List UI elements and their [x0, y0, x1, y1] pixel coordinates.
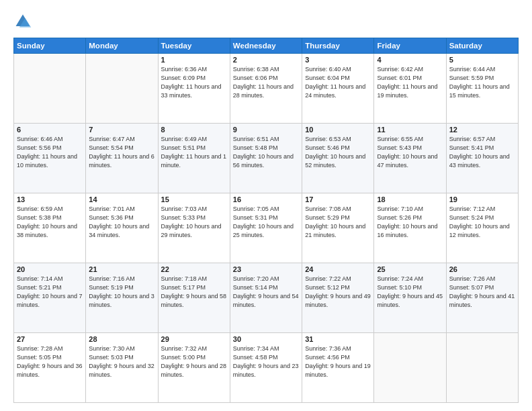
- day-number: 28: [89, 335, 154, 343]
- day-info: Sunrise: 6:59 AMSunset: 5:38 PMDaylight:…: [17, 205, 83, 240]
- day-number: 12: [449, 126, 515, 134]
- calendar-cell: 4Sunrise: 6:42 AMSunset: 6:01 PMDaylight…: [374, 54, 446, 124]
- day-number: 14: [89, 195, 154, 203]
- day-number: 3: [305, 56, 371, 64]
- day-info: Sunrise: 7:22 AMSunset: 5:12 PMDaylight:…: [305, 275, 371, 310]
- day-info: Sunrise: 7:34 AMSunset: 4:58 PMDaylight:…: [233, 345, 299, 379]
- calendar-cell: 14Sunrise: 7:01 AMSunset: 5:36 PMDayligh…: [86, 193, 158, 263]
- day-number: 15: [161, 195, 227, 203]
- weekday-header: Wednesday: [230, 38, 302, 54]
- day-info: Sunrise: 7:10 AMSunset: 5:26 PMDaylight:…: [377, 205, 443, 240]
- calendar-cell: 12Sunrise: 6:57 AMSunset: 5:41 PMDayligh…: [446, 124, 518, 193]
- day-number: 31: [305, 335, 371, 343]
- calendar-cell: 30Sunrise: 7:34 AMSunset: 4:58 PMDayligh…: [230, 333, 302, 403]
- day-number: 20: [17, 265, 83, 273]
- day-number: 11: [377, 126, 443, 134]
- day-info: Sunrise: 7:08 AMSunset: 5:29 PMDaylight:…: [305, 205, 371, 240]
- weekday-header: Saturday: [446, 38, 518, 54]
- calendar-cell: 5Sunrise: 6:44 AMSunset: 5:59 PMDaylight…: [446, 54, 518, 124]
- calendar-cell: 18Sunrise: 7:10 AMSunset: 5:26 PMDayligh…: [374, 193, 446, 263]
- header: [13, 12, 519, 31]
- calendar-cell: 26Sunrise: 7:26 AMSunset: 5:07 PMDayligh…: [446, 263, 518, 333]
- calendar-week-row: 13Sunrise: 6:59 AMSunset: 5:38 PMDayligh…: [14, 193, 519, 263]
- day-info: Sunrise: 7:14 AMSunset: 5:21 PMDaylight:…: [17, 275, 83, 310]
- calendar-cell: [374, 333, 446, 403]
- day-number: 21: [89, 265, 154, 273]
- day-number: 29: [161, 335, 227, 343]
- day-info: Sunrise: 7:12 AMSunset: 5:24 PMDaylight:…: [449, 205, 515, 240]
- logo: [13, 12, 35, 31]
- calendar-cell: 7Sunrise: 6:47 AMSunset: 5:54 PMDaylight…: [86, 124, 158, 193]
- calendar-cell: 10Sunrise: 6:53 AMSunset: 5:46 PMDayligh…: [302, 124, 374, 193]
- day-number: 9: [233, 126, 299, 134]
- day-info: Sunrise: 7:28 AMSunset: 5:05 PMDaylight:…: [17, 345, 83, 379]
- calendar-cell: 11Sunrise: 6:55 AMSunset: 5:43 PMDayligh…: [374, 124, 446, 193]
- day-info: Sunrise: 6:57 AMSunset: 5:41 PMDaylight:…: [449, 135, 515, 170]
- calendar-cell: 24Sunrise: 7:22 AMSunset: 5:12 PMDayligh…: [302, 263, 374, 333]
- calendar-cell: 25Sunrise: 7:24 AMSunset: 5:10 PMDayligh…: [374, 263, 446, 333]
- day-number: 26: [449, 265, 515, 273]
- calendar-cell: 19Sunrise: 7:12 AMSunset: 5:24 PMDayligh…: [446, 193, 518, 263]
- calendar-cell: [14, 54, 86, 124]
- day-info: Sunrise: 7:18 AMSunset: 5:17 PMDaylight:…: [161, 275, 227, 310]
- day-info: Sunrise: 6:47 AMSunset: 5:54 PMDaylight:…: [89, 135, 154, 170]
- calendar-week-row: 27Sunrise: 7:28 AMSunset: 5:05 PMDayligh…: [14, 333, 519, 403]
- day-info: Sunrise: 7:36 AMSunset: 4:56 PMDaylight:…: [305, 345, 371, 379]
- calendar-cell: 6Sunrise: 6:46 AMSunset: 5:56 PMDaylight…: [14, 124, 86, 193]
- calendar-cell: 9Sunrise: 6:51 AMSunset: 5:48 PMDaylight…: [230, 124, 302, 193]
- calendar-cell: 20Sunrise: 7:14 AMSunset: 5:21 PMDayligh…: [14, 263, 86, 333]
- day-info: Sunrise: 6:36 AMSunset: 6:09 PMDaylight:…: [161, 65, 227, 100]
- day-number: 17: [305, 195, 371, 203]
- calendar-header-row: SundayMondayTuesdayWednesdayThursdayFrid…: [14, 38, 519, 54]
- weekday-header: Monday: [86, 38, 158, 54]
- day-info: Sunrise: 7:01 AMSunset: 5:36 PMDaylight:…: [89, 205, 154, 240]
- day-number: 16: [233, 195, 299, 203]
- calendar-cell: 13Sunrise: 6:59 AMSunset: 5:38 PMDayligh…: [14, 193, 86, 263]
- calendar-cell: 1Sunrise: 6:36 AMSunset: 6:09 PMDaylight…: [158, 54, 230, 124]
- day-info: Sunrise: 7:05 AMSunset: 5:31 PMDaylight:…: [233, 205, 299, 240]
- day-info: Sunrise: 6:42 AMSunset: 6:01 PMDaylight:…: [377, 65, 443, 100]
- day-info: Sunrise: 6:44 AMSunset: 5:59 PMDaylight:…: [449, 65, 515, 100]
- day-info: Sunrise: 7:26 AMSunset: 5:07 PMDaylight:…: [449, 275, 515, 310]
- day-info: Sunrise: 7:16 AMSunset: 5:19 PMDaylight:…: [89, 275, 154, 310]
- calendar-cell: 17Sunrise: 7:08 AMSunset: 5:29 PMDayligh…: [302, 193, 374, 263]
- day-info: Sunrise: 6:40 AMSunset: 6:04 PMDaylight:…: [305, 65, 371, 100]
- weekday-header: Friday: [374, 38, 446, 54]
- day-number: 7: [89, 126, 154, 134]
- calendar-cell: 22Sunrise: 7:18 AMSunset: 5:17 PMDayligh…: [158, 263, 230, 333]
- calendar-cell: 27Sunrise: 7:28 AMSunset: 5:05 PMDayligh…: [14, 333, 86, 403]
- day-number: 2: [233, 56, 299, 64]
- day-number: 13: [17, 195, 83, 203]
- calendar-cell: 28Sunrise: 7:30 AMSunset: 5:03 PMDayligh…: [86, 333, 158, 403]
- day-info: Sunrise: 6:51 AMSunset: 5:48 PMDaylight:…: [233, 135, 299, 170]
- day-number: 24: [305, 265, 371, 273]
- day-info: Sunrise: 7:20 AMSunset: 5:14 PMDaylight:…: [233, 275, 299, 310]
- calendar-cell: 31Sunrise: 7:36 AMSunset: 4:56 PMDayligh…: [302, 333, 374, 403]
- day-number: 8: [161, 126, 227, 134]
- logo-icon: [13, 12, 32, 31]
- calendar-table: SundayMondayTuesdayWednesdayThursdayFrid…: [13, 38, 519, 403]
- calendar-cell: 8Sunrise: 6:49 AMSunset: 5:51 PMDaylight…: [158, 124, 230, 193]
- calendar-week-row: 20Sunrise: 7:14 AMSunset: 5:21 PMDayligh…: [14, 263, 519, 333]
- day-number: 10: [305, 126, 371, 134]
- day-info: Sunrise: 7:32 AMSunset: 5:00 PMDaylight:…: [161, 345, 227, 379]
- day-number: 23: [233, 265, 299, 273]
- page: SundayMondayTuesdayWednesdayThursdayFrid…: [0, 0, 532, 411]
- calendar-cell: [446, 333, 518, 403]
- day-number: 19: [449, 195, 515, 203]
- day-number: 5: [449, 56, 515, 64]
- calendar-week-row: 1Sunrise: 6:36 AMSunset: 6:09 PMDaylight…: [14, 54, 519, 124]
- weekday-header: Thursday: [302, 38, 374, 54]
- day-info: Sunrise: 6:38 AMSunset: 6:06 PMDaylight:…: [233, 65, 299, 100]
- weekday-header: Tuesday: [158, 38, 230, 54]
- day-number: 25: [377, 265, 443, 273]
- day-info: Sunrise: 7:30 AMSunset: 5:03 PMDaylight:…: [89, 345, 154, 379]
- day-number: 30: [233, 335, 299, 343]
- calendar-cell: 29Sunrise: 7:32 AMSunset: 5:00 PMDayligh…: [158, 333, 230, 403]
- calendar-cell: 16Sunrise: 7:05 AMSunset: 5:31 PMDayligh…: [230, 193, 302, 263]
- day-info: Sunrise: 6:55 AMSunset: 5:43 PMDaylight:…: [377, 135, 443, 170]
- weekday-header: Sunday: [14, 38, 86, 54]
- day-number: 22: [161, 265, 227, 273]
- day-info: Sunrise: 6:53 AMSunset: 5:46 PMDaylight:…: [305, 135, 371, 170]
- day-info: Sunrise: 7:03 AMSunset: 5:33 PMDaylight:…: [161, 205, 227, 240]
